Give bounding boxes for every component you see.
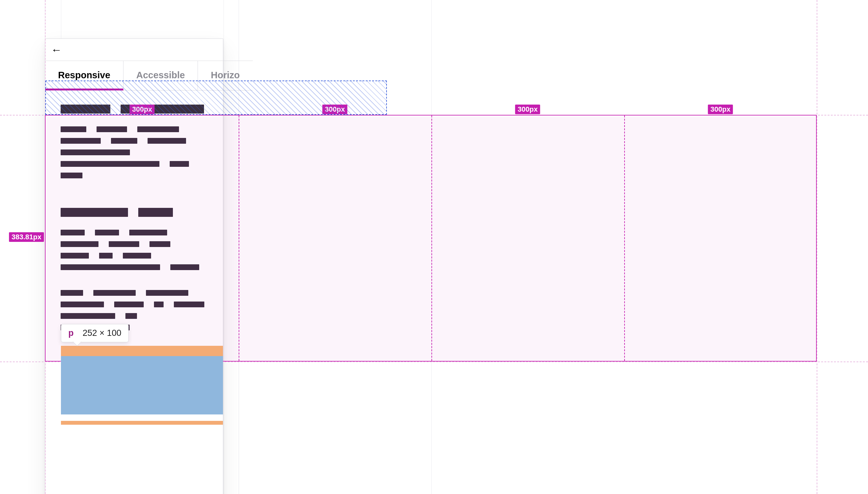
redacted-paragraph [61, 127, 208, 178]
grid-track-size-label: 300px [322, 104, 347, 114]
tooltip-dimensions: 252 × 100 [83, 328, 121, 338]
devtools-element-tooltip: p 252 × 100 [61, 324, 129, 342]
tabpanel-content [45, 91, 223, 330]
redacted-paragraph [61, 230, 208, 270]
grid-guide-extension [817, 0, 817, 494]
tooltip-tag-name: p [68, 328, 74, 338]
grid-track-line [239, 115, 239, 361]
grid-track-line [624, 115, 625, 361]
devtools-boxmodel-highlight [61, 346, 223, 425]
tabs-row: Responsive Accessible Horizo [45, 61, 223, 91]
redacted-heading [61, 104, 208, 114]
grid-track-size-label: 300px [708, 104, 733, 114]
grid-track-size-label: 300px [515, 104, 540, 114]
preview-device-frame: ← Responsive Accessible Horizo [45, 38, 223, 494]
grid-row-size-label: 383.81px [9, 232, 44, 242]
back-arrow-icon[interactable]: ← [51, 44, 62, 55]
tab-horizontal[interactable]: Horizo [198, 61, 252, 91]
grid-track-line [431, 115, 432, 361]
tab-accessible[interactable]: Accessible [123, 61, 198, 91]
preview-header: ← [45, 39, 223, 61]
tab-responsive[interactable]: Responsive [45, 61, 123, 91]
canvas-column-guide [431, 0, 432, 494]
redacted-heading [61, 208, 208, 217]
